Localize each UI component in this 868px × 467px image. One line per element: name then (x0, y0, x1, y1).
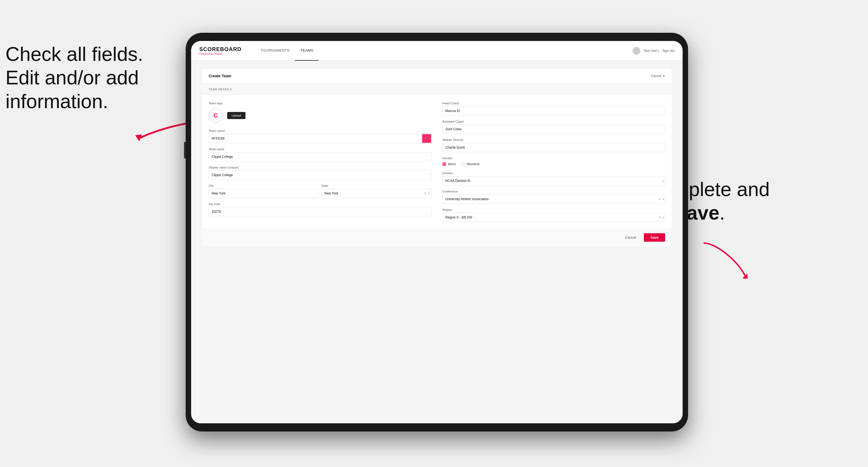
team-colour-label: Team colour (209, 129, 431, 132)
assistant-coach-label: Assistant Coach (442, 120, 665, 123)
team-name-group: Team name (209, 148, 431, 161)
user-avatar (633, 47, 640, 55)
navbar: SCOREBOARD Powered by clippd TOURNAMENTS… (191, 41, 683, 61)
team-colour-input[interactable] (209, 134, 422, 143)
left-annotation: Check all fields. Edit and/or add inform… (5, 42, 143, 113)
team-name-input[interactable] (209, 152, 431, 161)
region-select-wrapper: ✕ ▾ (442, 213, 665, 222)
conference-clear-icon[interactable]: ✕ (657, 197, 662, 201)
close-icon: ✕ (662, 74, 665, 78)
cancel-header-button[interactable]: Cancel ✕ (651, 74, 665, 78)
division-select-wrapper: ▾ (442, 176, 665, 185)
upload-button[interactable]: Upload (227, 112, 245, 119)
sign-out-link[interactable]: Sign out (662, 49, 674, 53)
logo-sub: Powered by clippd (199, 53, 241, 55)
region-chevron-icon[interactable]: ▾ (663, 216, 664, 219)
gender-mens-option[interactable]: Mens (442, 162, 456, 166)
color-swatch[interactable] (422, 134, 431, 143)
team-logo-label: Team logo (209, 102, 431, 105)
conference-select-wrapper: ✕ ▾ (442, 194, 665, 204)
assistant-coach-input[interactable] (442, 125, 665, 134)
region-clear-icon[interactable]: ✕ (657, 216, 662, 219)
athletic-director-group: Athletic Director (442, 138, 665, 152)
conference-chevron-icon[interactable]: ▾ (663, 198, 664, 201)
display-name-label: Display name (unique) (209, 166, 431, 169)
state-chevron-icon[interactable]: ▾ (428, 192, 430, 195)
gender-label: Gender (442, 156, 665, 160)
state-label: State (321, 184, 431, 187)
main-content: Create Team Cancel ✕ TEAM DETAILS (191, 61, 683, 423)
athletic-director-input[interactable] (442, 143, 665, 152)
state-input-wrapper: ✕ ▾ (321, 189, 431, 198)
form-left: Team logo C Upload Team colour (209, 102, 431, 222)
tablet-side-button (184, 142, 186, 158)
nav-tournaments[interactable]: TOURNAMENTS (255, 41, 295, 61)
region-group: Region ✕ ▾ (442, 208, 665, 222)
user-name: Test User | (644, 49, 659, 53)
form-body: Team logo C Upload Team colour (202, 95, 672, 228)
nav-links: TOURNAMENTS TEAMS (255, 41, 632, 61)
head-coach-label: Head Coach (442, 102, 665, 105)
tablet-screen: SCOREBOARD Powered by clippd TOURNAMENTS… (191, 41, 683, 423)
city-group: City (209, 184, 319, 198)
division-group: Division ▾ (442, 172, 665, 185)
nav-teams[interactable]: TEAMS (295, 41, 319, 61)
arrow-right-icon (699, 238, 753, 279)
zip-code-group: Zip code (209, 203, 431, 216)
womens-radio-dot[interactable] (461, 162, 465, 166)
city-state-row: City State ✕ ▾ (209, 184, 431, 198)
annotation-line1: Check all fields. (5, 42, 143, 66)
region-label: Region (442, 208, 665, 211)
division-select-controls: ▾ (663, 176, 665, 185)
logo-main: SCOREBOARD (199, 46, 241, 53)
gender-row: Mens Womens (442, 161, 665, 167)
conference-select[interactable] (442, 194, 665, 204)
head-coach-input[interactable] (442, 106, 665, 116)
logo-circle: C (209, 108, 223, 123)
display-name-input[interactable] (209, 170, 431, 180)
cancel-button[interactable]: Cancel (621, 233, 640, 242)
panel-title: Create Team (209, 74, 231, 78)
mens-radio-dot[interactable] (442, 162, 446, 166)
annotation-line2: Edit and/or add (5, 66, 143, 89)
section-title: TEAM DETAILS (209, 88, 232, 91)
tablet-device: SCOREBOARD Powered by clippd TOURNAMENTS… (186, 33, 688, 432)
city-input[interactable] (209, 189, 319, 198)
division-select[interactable] (442, 176, 665, 185)
team-colour-group: Team colour (209, 129, 431, 143)
logo-area: SCOREBOARD Powered by clippd (199, 46, 241, 55)
region-select-controls: ✕ ▾ (657, 213, 665, 222)
gender-group: Gender Mens Womens (442, 156, 665, 167)
athletic-director-label: Athletic Director (442, 138, 665, 142)
state-clear-icon[interactable]: ✕ (424, 192, 427, 195)
region-select[interactable] (442, 213, 665, 222)
nav-right: Test User | Sign out (633, 47, 674, 55)
state-input[interactable] (321, 189, 431, 198)
conference-select-controls: ✕ ▾ (657, 194, 665, 204)
zip-label: Zip code (209, 203, 431, 206)
save-button[interactable]: Save (644, 233, 665, 242)
city-label: City (209, 184, 319, 187)
display-name-group: Display name (unique) (209, 166, 431, 180)
division-chevron-icon[interactable]: ▾ (663, 180, 664, 182)
team-name-label: Team name (209, 148, 431, 151)
state-group: State ✕ ▾ (321, 184, 431, 198)
assistant-coach-group: Assistant Coach (442, 120, 665, 134)
zip-input[interactable] (209, 207, 431, 216)
team-logo-group: Team logo C Upload (209, 102, 431, 125)
conference-group: Conference ✕ ▾ (442, 190, 665, 204)
womens-radio-label: Womens (467, 162, 479, 166)
head-coach-group: Head Coach (442, 102, 665, 116)
color-input-row (209, 134, 431, 143)
annotation-line3: information. (5, 90, 143, 113)
form-right: Head Coach Assistant Coach Athletic Dire… (442, 102, 665, 222)
panel-footer: Cancel Save (202, 228, 672, 246)
division-label: Division (442, 172, 665, 175)
create-team-panel: Create Team Cancel ✕ TEAM DETAILS (202, 69, 672, 246)
logo-upload-area: C Upload (209, 106, 431, 125)
gender-womens-option[interactable]: Womens (461, 162, 479, 166)
city-state-group: City State ✕ ▾ (209, 184, 431, 198)
panel-header: Create Team Cancel ✕ (202, 69, 672, 83)
mens-radio-label: Mens (448, 162, 456, 166)
section-header: TEAM DETAILS (202, 83, 672, 95)
